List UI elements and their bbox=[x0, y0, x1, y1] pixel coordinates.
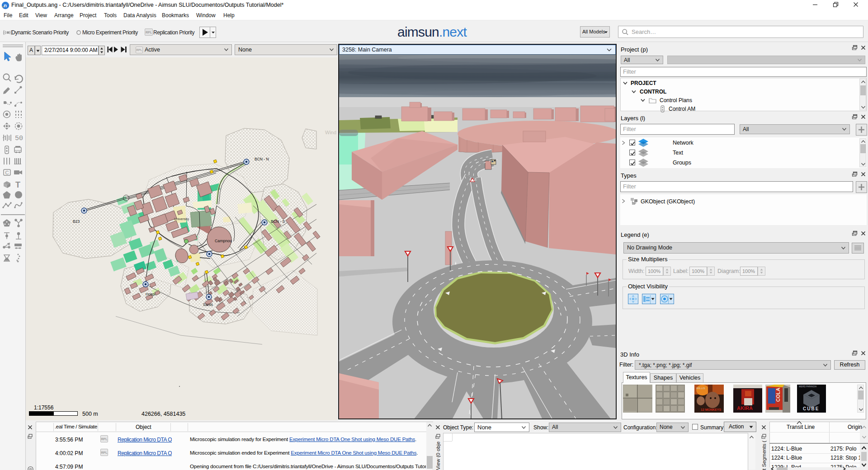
svg-text:B23: B23 bbox=[73, 219, 80, 224]
svg-text:Hospi: Hospi bbox=[146, 292, 156, 296]
svg-text:Wind: Wind bbox=[325, 130, 336, 135]
svg-text:COLA: COLA bbox=[775, 388, 781, 402]
svg-text:Campnou: Campnou bbox=[215, 239, 232, 243]
svg-text:BCN - N: BCN - N bbox=[255, 157, 269, 161]
svg-text:12 MONKEYS: 12 MONKEYS bbox=[701, 408, 721, 411]
svg-text:WEIRD PARANOIA: WEIRD PARANOIA bbox=[799, 385, 816, 388]
svg-text:AKIRA: AKIRA bbox=[737, 405, 753, 411]
svg-text:T: T bbox=[15, 180, 20, 189]
svg-text:CUBE: CUBE bbox=[803, 406, 819, 411]
svg-text:WILLIS: WILLIS bbox=[696, 387, 705, 390]
svg-text:BCN - S: BCN - S bbox=[271, 219, 285, 224]
svg-text:n: n bbox=[4, 3, 7, 8]
svg-text:University: University bbox=[174, 217, 189, 221]
svg-text:C: C bbox=[5, 170, 9, 175]
svg-text:50: 50 bbox=[15, 135, 23, 142]
svg-text:Sants: Sants bbox=[203, 302, 213, 307]
